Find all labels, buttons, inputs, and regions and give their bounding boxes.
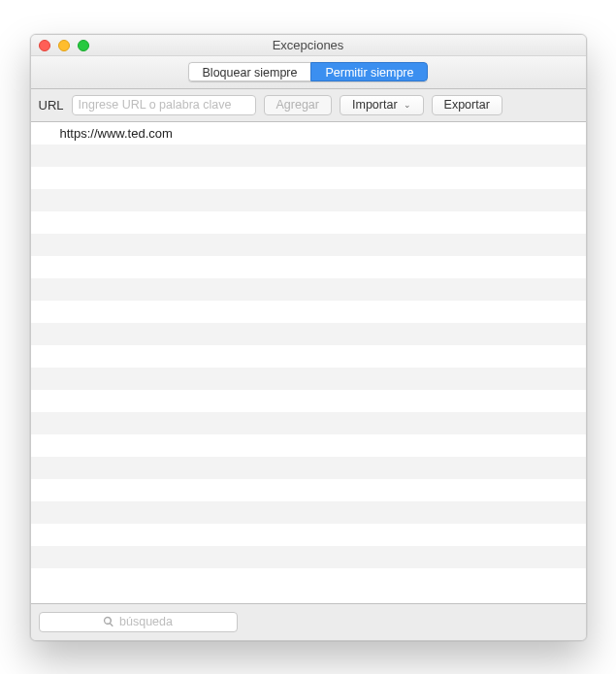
list-item: [31, 256, 586, 278]
search-placeholder: búsqueda: [119, 615, 173, 628]
exceptions-window: Excepciones Bloquear siempre Permitir si…: [30, 34, 587, 641]
url-input[interactable]: [72, 95, 256, 115]
url-list[interactable]: https://www.ted.com: [31, 122, 586, 603]
list-item: [31, 434, 586, 457]
traffic-lights: [39, 40, 89, 51]
list-item: [31, 144, 586, 167]
tab-allow[interactable]: Permitir siempre: [310, 62, 428, 81]
list-item: [31, 501, 586, 524]
search-icon: [103, 616, 114, 627]
zoom-icon[interactable]: [78, 40, 89, 51]
list-item: [31, 546, 586, 568]
toolbar: URL Agregar Importar ⌄ Exportar: [31, 89, 586, 122]
window-title: Excepciones: [273, 38, 344, 52]
list-item: [31, 323, 586, 345]
minimize-icon[interactable]: [58, 40, 70, 51]
add-button[interactable]: Agregar: [264, 95, 332, 115]
import-button-label: Importar: [352, 98, 398, 112]
list-item: [31, 278, 586, 301]
list-item: [31, 211, 586, 234]
close-icon[interactable]: [39, 40, 50, 51]
titlebar: Excepciones: [31, 35, 586, 56]
tab-block[interactable]: Bloquear siempre: [188, 62, 311, 81]
tabbar: Bloquear siempre Permitir siempre: [31, 56, 586, 89]
footer: búsqueda: [31, 603, 586, 640]
list-item: [31, 457, 586, 479]
search-field[interactable]: búsqueda: [39, 612, 238, 632]
list-item: [31, 167, 586, 189]
list-item: [31, 524, 586, 546]
segmented-control: Bloquear siempre Permitir siempre: [188, 62, 429, 81]
list-item: [31, 479, 586, 501]
chevron-down-icon: ⌄: [404, 100, 411, 110]
list-item: [31, 301, 586, 323]
list-item: [31, 368, 586, 390]
export-button[interactable]: Exportar: [432, 95, 503, 115]
list-item: [31, 412, 586, 434]
list-item: [31, 234, 586, 256]
list-item: [31, 345, 586, 368]
url-label: URL: [39, 98, 64, 112]
list-item: [31, 189, 586, 211]
list-item[interactable]: https://www.ted.com: [31, 122, 586, 144]
import-button[interactable]: Importar ⌄: [340, 95, 424, 115]
list-item: [31, 390, 586, 412]
